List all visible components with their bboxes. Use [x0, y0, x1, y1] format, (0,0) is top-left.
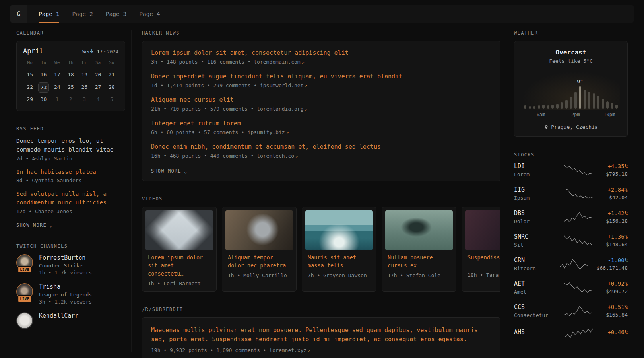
stock-price: $165.84	[606, 312, 628, 318]
weather-bar	[584, 90, 586, 109]
stock-sparkline	[554, 188, 604, 200]
video-title[interactable]: Mauris sit amet massa felis	[308, 253, 370, 270]
weather-peak-temp: 9°	[577, 78, 583, 84]
hn-story[interactable]: Donec imperdiet augue tincidunt felis al…	[151, 73, 491, 88]
rss-item[interactable]: Sed volutpat nulla nisl, a condimentum n…	[16, 190, 125, 214]
channel-name[interactable]: ForrestBurton	[39, 254, 92, 261]
video-thumbnail[interactable]	[145, 210, 213, 250]
calendar-day: 30	[37, 95, 50, 105]
hn-story-domain[interactable]: loremtech.co	[257, 153, 294, 159]
calendar-day: 28	[105, 82, 118, 93]
tab-page-4[interactable]: Page 4	[139, 5, 160, 23]
tab-page-1[interactable]: Page 1	[39, 5, 59, 23]
video-thumbnail[interactable]	[385, 210, 453, 250]
video-card[interactable]: Suspendisse diam 18h • Tara	[462, 207, 500, 292]
video-thumbnail[interactable]	[225, 210, 293, 250]
weather-feels-like: Feels like 5°C	[520, 58, 622, 64]
twitch-channel[interactable]: KendallCarr	[16, 312, 125, 329]
avatar[interactable]	[16, 312, 33, 329]
stock-row[interactable]: DBSDolor +1.42%$156.28	[514, 210, 628, 224]
stock-row[interactable]: LDILorem +4.35%$795.18	[514, 163, 628, 177]
subreddit-post-domain[interactable]: loremnet.xyz	[269, 347, 306, 353]
stock-row[interactable]: AETAmet +0.92%$499.72	[514, 280, 628, 295]
stock-name: Consectetur	[514, 312, 551, 318]
subreddit-post[interactable]: Maecenas mollis pulvinar erat non posuer…	[151, 326, 491, 354]
rss-item-title[interactable]: In hac habitasse platea	[16, 168, 125, 177]
hn-story-domain[interactable]: loremlandia.org	[257, 106, 303, 112]
videos-row: Lorem ipsum dolor sit amet consectetu… 1…	[142, 207, 500, 292]
rss-widget-title: RSS FEED	[16, 126, 125, 132]
rss-item-title[interactable]: Sed volutpat nulla nisl, a condimentum n…	[16, 190, 125, 207]
hn-story-title[interactable]: Lorem ipsum dolor sit amet, consectetur …	[151, 49, 491, 56]
video-title[interactable]: Nullam posuere cursus ex	[388, 253, 450, 270]
channel-name[interactable]: Trisha	[39, 283, 92, 290]
weather-bar	[565, 100, 568, 109]
stock-change: +0.46%	[607, 329, 628, 335]
rss-show-more-button[interactable]: SHOW MORE ⌄	[16, 222, 53, 228]
stock-row[interactable]: CRNBitcorn -1.00%$66,171.48	[514, 257, 628, 271]
rss-item[interactable]: In hac habitasse platea 8d • Cynthia Sau…	[16, 168, 125, 184]
stock-change: -1.00%	[597, 257, 628, 263]
app-logo[interactable]: G	[10, 5, 27, 23]
video-card[interactable]: Mauris sit amet massa felis 7h • Grayson…	[302, 207, 376, 292]
hn-story-domain[interactable]: ipsumify.biz	[248, 129, 285, 135]
video-title[interactable]: Aliquam tempor dolor nec pharetra…	[228, 253, 291, 270]
hn-story[interactable]: Lorem ipsum dolor sit amet, consectetur …	[151, 49, 491, 65]
hn-story-domain[interactable]: ipsumworld.net	[260, 82, 304, 88]
live-badge: LIVE	[17, 266, 32, 273]
avatar[interactable]: LIVE	[16, 254, 33, 271]
calendar-day-header: Th	[64, 58, 78, 68]
hn-story[interactable]: Integer eget rutrum lorem 6h • 60 points…	[151, 120, 491, 135]
video-thumbnail[interactable]	[465, 210, 500, 250]
video-meta: 18h • Tara	[467, 272, 500, 278]
calendar-day: 15	[23, 70, 37, 80]
stock-row[interactable]: IIGIpsum +2.84%$42.04	[514, 186, 628, 201]
calendar-grid: MoTuWeThFrSaSu15161718192021222324252627…	[23, 58, 118, 105]
rss-item[interactable]: Donec tempor eros leo, ut commodo mauris…	[16, 137, 125, 161]
stock-ticker: AET	[514, 280, 551, 287]
video-thumbnail[interactable]	[305, 210, 373, 250]
hn-story[interactable]: Aliquam nec cursus elit 21h • 710 points…	[151, 96, 491, 112]
subreddit-widget: /R/SUBREDDIT Maecenas mollis pulvinar er…	[142, 307, 500, 358]
hn-story-domain[interactable]: loremdomain.com	[254, 59, 300, 65]
weather-chart: 9°	[524, 77, 618, 109]
channel-meta: 1h • 1.7k viewers	[39, 270, 92, 276]
rss-widget: RSS FEED Donec tempor eros leo, ut commo…	[16, 126, 125, 228]
hn-story-title[interactable]: Donec imperdiet augue tincidunt felis al…	[151, 73, 491, 80]
stock-row[interactable]: AHS +0.46%	[514, 327, 628, 339]
video-card[interactable]: Lorem ipsum dolor sit amet consectetu… 1…	[142, 207, 217, 292]
videos-widget: VIDEOS Lorem ipsum dolor sit amet consec…	[142, 196, 500, 292]
avatar[interactable]: LIVE	[16, 283, 33, 300]
video-card[interactable]: Nullam posuere cursus ex 17h • Stefan Co…	[382, 207, 456, 292]
twitch-channel[interactable]: LIVE Trisha League of Legends 3h • 1.2k …	[16, 283, 125, 305]
external-link-icon: ↗	[305, 106, 308, 112]
calendar-day-header: Sa	[91, 58, 105, 68]
stock-change: +0.51%	[606, 304, 628, 310]
tab-page-2[interactable]: Page 2	[72, 5, 93, 23]
hn-story-title[interactable]: Donec enim nibh, condimentum et accumsan…	[151, 143, 491, 150]
stock-name: Bitcorn	[514, 265, 551, 271]
weather-bar: 9°	[579, 86, 581, 109]
hn-story-title[interactable]: Aliquam nec cursus elit	[151, 96, 491, 103]
calendar-month: April	[23, 47, 43, 55]
stock-ticker: CCS	[514, 304, 551, 311]
twitch-channel[interactable]: LIVE ForrestBurton Counter-Strike 1h • 1…	[16, 254, 125, 276]
avatar-image	[17, 313, 32, 328]
channel-name[interactable]: KendallCarr	[39, 312, 78, 319]
subreddit-post-title[interactable]: Maecenas mollis pulvinar erat non posuer…	[151, 326, 491, 344]
stock-change: +4.35%	[606, 163, 628, 169]
hn-story-title[interactable]: Integer eget rutrum lorem	[151, 120, 491, 127]
rss-item-title[interactable]: Donec tempor eros leo, ut commodo mauris…	[16, 137, 125, 154]
stock-change: +0.92%	[606, 280, 628, 287]
hackernews-widget-title: HACKER NEWS	[142, 30, 500, 36]
calendar-day: 5	[105, 95, 118, 105]
stock-row[interactable]: SNRCSit +1.36%$148.64	[514, 233, 628, 248]
stock-row[interactable]: CCSConsectetur +0.51%$165.84	[514, 304, 628, 318]
video-title[interactable]: Lorem ipsum dolor sit amet consectetu…	[148, 253, 211, 278]
video-title[interactable]: Suspendisse diam	[467, 253, 500, 269]
hn-story-meta: 6h • 60 points • 57 comments • ipsumify.…	[151, 129, 491, 135]
video-card[interactable]: Aliquam tempor dolor nec pharetra… 1h • …	[222, 207, 297, 292]
hn-story[interactable]: Donec enim nibh, condimentum et accumsan…	[151, 143, 491, 159]
tab-page-3[interactable]: Page 3	[106, 5, 126, 23]
hn-show-more-button[interactable]: SHOW MORE ⌄	[151, 168, 188, 174]
